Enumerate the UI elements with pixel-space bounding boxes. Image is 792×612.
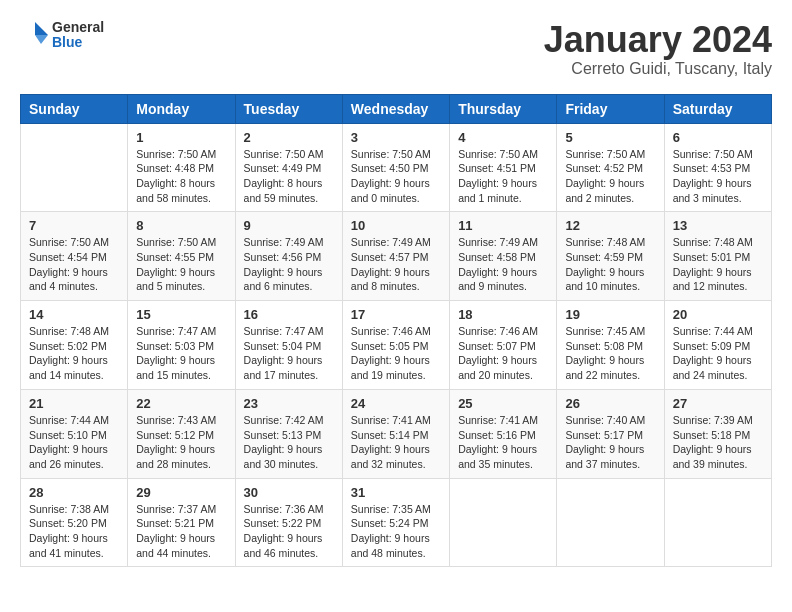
- calendar-cell: 17Sunrise: 7:46 AM Sunset: 5:05 PM Dayli…: [342, 301, 449, 390]
- svg-marker-0: [35, 22, 48, 35]
- day-info: Sunrise: 7:41 AM Sunset: 5:16 PM Dayligh…: [458, 413, 548, 472]
- logo-text: General Blue: [52, 20, 104, 51]
- calendar-cell: [557, 478, 664, 567]
- calendar-cell: 23Sunrise: 7:42 AM Sunset: 5:13 PM Dayli…: [235, 389, 342, 478]
- weekday-header: Friday: [557, 94, 664, 123]
- calendar-table: SundayMondayTuesdayWednesdayThursdayFrid…: [20, 94, 772, 568]
- calendar-cell: 1Sunrise: 7:50 AM Sunset: 4:48 PM Daylig…: [128, 123, 235, 212]
- calendar-cell: 31Sunrise: 7:35 AM Sunset: 5:24 PM Dayli…: [342, 478, 449, 567]
- day-number: 30: [244, 485, 334, 500]
- calendar-cell: 18Sunrise: 7:46 AM Sunset: 5:07 PM Dayli…: [450, 301, 557, 390]
- calendar-cell: 7Sunrise: 7:50 AM Sunset: 4:54 PM Daylig…: [21, 212, 128, 301]
- weekday-header: Monday: [128, 94, 235, 123]
- calendar-cell: 27Sunrise: 7:39 AM Sunset: 5:18 PM Dayli…: [664, 389, 771, 478]
- logo: General Blue: [20, 20, 104, 51]
- day-info: Sunrise: 7:47 AM Sunset: 5:04 PM Dayligh…: [244, 324, 334, 383]
- day-info: Sunrise: 7:50 AM Sunset: 4:50 PM Dayligh…: [351, 147, 441, 206]
- calendar-cell: [664, 478, 771, 567]
- day-info: Sunrise: 7:37 AM Sunset: 5:21 PM Dayligh…: [136, 502, 226, 561]
- calendar-week-row: 28Sunrise: 7:38 AM Sunset: 5:20 PM Dayli…: [21, 478, 772, 567]
- day-number: 12: [565, 218, 655, 233]
- day-number: 9: [244, 218, 334, 233]
- calendar-cell: 8Sunrise: 7:50 AM Sunset: 4:55 PM Daylig…: [128, 212, 235, 301]
- day-info: Sunrise: 7:48 AM Sunset: 5:02 PM Dayligh…: [29, 324, 119, 383]
- logo-bird-icon: [20, 20, 50, 50]
- day-number: 5: [565, 130, 655, 145]
- day-info: Sunrise: 7:49 AM Sunset: 4:57 PM Dayligh…: [351, 235, 441, 294]
- calendar-cell: 26Sunrise: 7:40 AM Sunset: 5:17 PM Dayli…: [557, 389, 664, 478]
- weekday-header: Saturday: [664, 94, 771, 123]
- calendar-cell: 16Sunrise: 7:47 AM Sunset: 5:04 PM Dayli…: [235, 301, 342, 390]
- day-info: Sunrise: 7:47 AM Sunset: 5:03 PM Dayligh…: [136, 324, 226, 383]
- day-number: 8: [136, 218, 226, 233]
- day-info: Sunrise: 7:50 AM Sunset: 4:55 PM Dayligh…: [136, 235, 226, 294]
- day-number: 10: [351, 218, 441, 233]
- calendar-cell: 25Sunrise: 7:41 AM Sunset: 5:16 PM Dayli…: [450, 389, 557, 478]
- calendar-cell: 9Sunrise: 7:49 AM Sunset: 4:56 PM Daylig…: [235, 212, 342, 301]
- day-number: 13: [673, 218, 763, 233]
- calendar-week-row: 21Sunrise: 7:44 AM Sunset: 5:10 PM Dayli…: [21, 389, 772, 478]
- day-info: Sunrise: 7:50 AM Sunset: 4:53 PM Dayligh…: [673, 147, 763, 206]
- day-info: Sunrise: 7:41 AM Sunset: 5:14 PM Dayligh…: [351, 413, 441, 472]
- day-number: 28: [29, 485, 119, 500]
- day-number: 7: [29, 218, 119, 233]
- day-number: 29: [136, 485, 226, 500]
- day-info: Sunrise: 7:39 AM Sunset: 5:18 PM Dayligh…: [673, 413, 763, 472]
- title-section: January 2024 Cerreto Guidi, Tuscany, Ita…: [544, 20, 772, 78]
- day-info: Sunrise: 7:48 AM Sunset: 5:01 PM Dayligh…: [673, 235, 763, 294]
- day-info: Sunrise: 7:50 AM Sunset: 4:49 PM Dayligh…: [244, 147, 334, 206]
- day-number: 2: [244, 130, 334, 145]
- day-number: 22: [136, 396, 226, 411]
- day-number: 24: [351, 396, 441, 411]
- day-info: Sunrise: 7:50 AM Sunset: 4:52 PM Dayligh…: [565, 147, 655, 206]
- day-number: 23: [244, 396, 334, 411]
- weekday-header: Wednesday: [342, 94, 449, 123]
- page-header: General Blue January 2024 Cerreto Guidi,…: [20, 20, 772, 78]
- calendar-cell: 22Sunrise: 7:43 AM Sunset: 5:12 PM Dayli…: [128, 389, 235, 478]
- day-info: Sunrise: 7:48 AM Sunset: 4:59 PM Dayligh…: [565, 235, 655, 294]
- calendar-cell: 21Sunrise: 7:44 AM Sunset: 5:10 PM Dayli…: [21, 389, 128, 478]
- day-info: Sunrise: 7:38 AM Sunset: 5:20 PM Dayligh…: [29, 502, 119, 561]
- logo-general: General: [52, 20, 104, 35]
- day-number: 26: [565, 396, 655, 411]
- calendar-cell: 29Sunrise: 7:37 AM Sunset: 5:21 PM Dayli…: [128, 478, 235, 567]
- calendar-week-row: 7Sunrise: 7:50 AM Sunset: 4:54 PM Daylig…: [21, 212, 772, 301]
- day-info: Sunrise: 7:43 AM Sunset: 5:12 PM Dayligh…: [136, 413, 226, 472]
- calendar-week-row: 14Sunrise: 7:48 AM Sunset: 5:02 PM Dayli…: [21, 301, 772, 390]
- day-number: 15: [136, 307, 226, 322]
- logo-blue: Blue: [52, 35, 104, 50]
- calendar-cell: 14Sunrise: 7:48 AM Sunset: 5:02 PM Dayli…: [21, 301, 128, 390]
- day-number: 21: [29, 396, 119, 411]
- calendar-cell: 20Sunrise: 7:44 AM Sunset: 5:09 PM Dayli…: [664, 301, 771, 390]
- calendar-cell: 19Sunrise: 7:45 AM Sunset: 5:08 PM Dayli…: [557, 301, 664, 390]
- day-number: 4: [458, 130, 548, 145]
- day-info: Sunrise: 7:46 AM Sunset: 5:05 PM Dayligh…: [351, 324, 441, 383]
- day-info: Sunrise: 7:45 AM Sunset: 5:08 PM Dayligh…: [565, 324, 655, 383]
- calendar-cell: 2Sunrise: 7:50 AM Sunset: 4:49 PM Daylig…: [235, 123, 342, 212]
- calendar-cell: 12Sunrise: 7:48 AM Sunset: 4:59 PM Dayli…: [557, 212, 664, 301]
- calendar-header-row: SundayMondayTuesdayWednesdayThursdayFrid…: [21, 94, 772, 123]
- day-info: Sunrise: 7:50 AM Sunset: 4:54 PM Dayligh…: [29, 235, 119, 294]
- calendar-cell: [450, 478, 557, 567]
- day-info: Sunrise: 7:44 AM Sunset: 5:09 PM Dayligh…: [673, 324, 763, 383]
- day-info: Sunrise: 7:50 AM Sunset: 4:48 PM Dayligh…: [136, 147, 226, 206]
- day-number: 6: [673, 130, 763, 145]
- day-number: 18: [458, 307, 548, 322]
- weekday-header: Thursday: [450, 94, 557, 123]
- calendar-cell: 10Sunrise: 7:49 AM Sunset: 4:57 PM Dayli…: [342, 212, 449, 301]
- calendar-cell: 3Sunrise: 7:50 AM Sunset: 4:50 PM Daylig…: [342, 123, 449, 212]
- day-info: Sunrise: 7:36 AM Sunset: 5:22 PM Dayligh…: [244, 502, 334, 561]
- day-info: Sunrise: 7:42 AM Sunset: 5:13 PM Dayligh…: [244, 413, 334, 472]
- day-number: 19: [565, 307, 655, 322]
- calendar-cell: 4Sunrise: 7:50 AM Sunset: 4:51 PM Daylig…: [450, 123, 557, 212]
- calendar-cell: 5Sunrise: 7:50 AM Sunset: 4:52 PM Daylig…: [557, 123, 664, 212]
- weekday-header: Sunday: [21, 94, 128, 123]
- calendar-cell: 11Sunrise: 7:49 AM Sunset: 4:58 PM Dayli…: [450, 212, 557, 301]
- svg-marker-1: [35, 35, 48, 44]
- day-number: 25: [458, 396, 548, 411]
- calendar-cell: 13Sunrise: 7:48 AM Sunset: 5:01 PM Dayli…: [664, 212, 771, 301]
- day-info: Sunrise: 7:35 AM Sunset: 5:24 PM Dayligh…: [351, 502, 441, 561]
- location-title: Cerreto Guidi, Tuscany, Italy: [544, 60, 772, 78]
- day-number: 31: [351, 485, 441, 500]
- calendar-cell: 30Sunrise: 7:36 AM Sunset: 5:22 PM Dayli…: [235, 478, 342, 567]
